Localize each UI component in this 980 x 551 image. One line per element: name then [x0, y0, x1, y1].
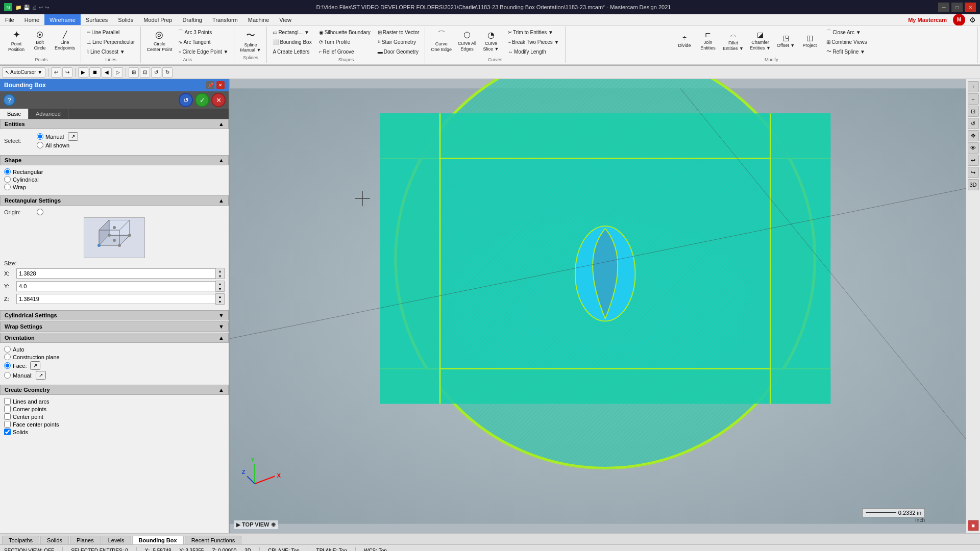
rt-rotate-button[interactable]: ↺: [968, 118, 979, 129]
shape-section-header[interactable]: Shape ▲: [0, 155, 229, 165]
combine-views-button[interactable]: ⊞ Combine Views: [824, 37, 869, 46]
orient-manual-radio[interactable]: [4, 372, 11, 379]
close-button[interactable]: ✕: [965, 3, 976, 12]
select-all-radio[interactable]: [37, 142, 43, 148]
relief-groove-button[interactable]: ⌐ Relief Groove: [316, 47, 373, 56]
menu-model-prep[interactable]: Model Prep: [138, 14, 177, 25]
origin-radio[interactable]: [37, 209, 43, 215]
silhouette-boundary-button[interactable]: ◉ Silhouette Boundary: [316, 28, 373, 37]
rt-pan-button[interactable]: ✥: [968, 130, 979, 141]
rt-zoom-out-button[interactable]: −: [968, 93, 979, 105]
line-endpoints-button[interactable]: ╱ LineEndpoints: [52, 28, 78, 54]
maximize-button[interactable]: □: [951, 3, 963, 12]
rt-red-button[interactable]: ■: [968, 520, 979, 531]
rt-undo-view-button[interactable]: ↩: [968, 155, 979, 166]
cmd-forward-button[interactable]: ▷: [113, 67, 123, 78]
cmd-undo-button[interactable]: ↩: [51, 67, 61, 78]
menu-surfaces[interactable]: Surfaces: [81, 14, 113, 25]
size-x-input[interactable]: 1.3828: [16, 268, 215, 279]
arc-3-points-button[interactable]: ⌒ Arc 3 Points: [176, 28, 231, 37]
tab-recent-functions[interactable]: Recent Functions: [185, 536, 242, 544]
line-perpendicular-button[interactable]: ⊥ Line Perpendicular: [84, 37, 137, 46]
create-geometry-header[interactable]: Create Geometry ▲: [0, 385, 229, 395]
break-two-pieces-button[interactable]: ⌁ Break Two Pieces ▼: [505, 37, 562, 46]
modify-length-button[interactable]: ↔ Modify Length: [505, 47, 562, 56]
menu-home[interactable]: Home: [19, 14, 44, 25]
menu-transform[interactable]: Transform: [207, 14, 243, 25]
rt-zoom-in-button[interactable]: +: [968, 81, 979, 92]
fillet-entities-button[interactable]: ⌓ FilletEntities ▼: [720, 28, 746, 54]
curve-all-edges-button[interactable]: ⬡ Curve AllEdges: [455, 28, 479, 54]
stair-geometry-button[interactable]: ⌗ Stair Geometry: [375, 37, 422, 46]
close-arc-button[interactable]: ⌒ Close Arc ▼: [824, 28, 869, 37]
refit-spline-button[interactable]: 〜 Refit Spline ▼: [824, 47, 869, 56]
tab-bounding-box[interactable]: Bounding Box: [132, 536, 184, 544]
create-letters-button[interactable]: A Create Letters: [270, 47, 314, 56]
autocursor-button[interactable]: ↖ AutoCursor ▼: [2, 67, 45, 78]
cmd-rotate-left-button[interactable]: ↺: [151, 67, 161, 78]
door-geometry-button[interactable]: ▬ Door Geometry: [375, 47, 422, 56]
cmd-play-button[interactable]: ▶: [78, 67, 88, 78]
bolt-circle-button[interactable]: ⦿ BoltCircle: [29, 28, 51, 54]
cmd-snap-button[interactable]: ⊡: [140, 67, 150, 78]
help-button[interactable]: ?: [3, 94, 15, 106]
panel-close-button[interactable]: ✕: [216, 81, 225, 89]
cylindrical-settings-header[interactable]: Cylindrical Settings ▼: [0, 310, 229, 320]
lines-arcs-checkbox[interactable]: [4, 398, 11, 405]
offset-button[interactable]: ◳ Offset ▼: [774, 28, 797, 54]
menu-machine[interactable]: Machine: [243, 14, 275, 25]
join-entities-button[interactable]: ⊏ JoinEntities: [697, 28, 719, 54]
rectangle-button[interactable]: ▭ Rectangl... ▼: [270, 28, 314, 37]
tab-advanced[interactable]: Advanced: [29, 109, 68, 119]
entities-section-header[interactable]: Entities ▲: [0, 119, 229, 129]
spline-manual-button[interactable]: 〜 SplineManual ▼: [237, 28, 263, 54]
orient-construction-radio[interactable]: [4, 354, 11, 360]
cancel-button[interactable]: ✕: [211, 93, 226, 107]
raster-to-vector-button[interactable]: ⊞ Raster to Vector: [375, 28, 422, 37]
size-z-up-button[interactable]: ▲: [216, 294, 224, 299]
orient-auto-radio[interactable]: [4, 346, 11, 353]
orient-face-radio[interactable]: [4, 362, 11, 369]
shape-rectangular-radio[interactable]: [4, 168, 11, 175]
menu-solids[interactable]: Solids: [113, 14, 138, 25]
size-y-up-button[interactable]: ▲: [216, 281, 224, 286]
panel-pin-button[interactable]: 📌: [206, 81, 214, 89]
project-button[interactable]: ◫ Project: [798, 28, 821, 54]
select-manual-radio[interactable]: [37, 133, 43, 140]
refresh-button[interactable]: ↺: [179, 93, 193, 107]
arc-tangent-button[interactable]: ∿ Arc Tangent: [176, 37, 231, 46]
face-center-points-checkbox[interactable]: [4, 421, 11, 428]
rectangular-settings-header[interactable]: Rectangular Settings ▲: [0, 195, 229, 206]
menu-view[interactable]: View: [274, 14, 297, 25]
cmd-redo-button[interactable]: ↪: [62, 67, 72, 78]
size-y-down-button[interactable]: ▼: [216, 286, 224, 291]
select-manual-button[interactable]: ↗: [68, 132, 78, 141]
cmd-back-button[interactable]: ◀: [102, 67, 112, 78]
tab-toolpaths[interactable]: Toolpaths: [2, 536, 39, 544]
rt-view-button[interactable]: 👁: [968, 142, 979, 154]
tab-levels[interactable]: Levels: [102, 536, 131, 544]
curve-one-edge-button[interactable]: ⌒ CurveOne Edge: [428, 28, 454, 54]
circle-center-point-button[interactable]: ◎ CircleCenter Point: [144, 28, 175, 54]
line-parallel-button[interactable]: ═ Line Parallel: [84, 28, 137, 37]
divide-button[interactable]: ÷ Divide: [673, 28, 696, 54]
shape-cylindrical-radio[interactable]: [4, 176, 11, 183]
bounding-box-button[interactable]: ⬜ Bounding Box: [270, 37, 314, 46]
point-position-button[interactable]: ✦ PointPosition: [5, 28, 28, 54]
solids-checkbox[interactable]: [4, 429, 11, 435]
size-x-up-button[interactable]: ▲: [216, 268, 224, 273]
curve-slice-button[interactable]: ◔ CurveSlice ▼: [480, 28, 502, 54]
cmd-stop-button[interactable]: ⏹: [89, 67, 101, 78]
chamfer-entities-button[interactable]: ◪ ChamferEntities ▼: [747, 28, 773, 54]
menu-file[interactable]: File: [0, 14, 19, 25]
rt-fit-button[interactable]: ⊡: [968, 106, 979, 117]
cmd-grid-button[interactable]: ⊞: [129, 67, 139, 78]
tab-planes[interactable]: Planes: [70, 536, 101, 544]
rt-redo-view-button[interactable]: ↪: [968, 167, 979, 178]
cmd-rotate-right-button[interactable]: ↻: [162, 67, 173, 78]
rt-3d-button[interactable]: 3D: [968, 179, 979, 190]
line-closest-button[interactable]: ⌇ Line Closest ▼: [84, 47, 137, 56]
shape-wrap-radio[interactable]: [4, 184, 11, 190]
orientation-section-header[interactable]: Orientation ▲: [0, 333, 229, 343]
tab-basic[interactable]: Basic: [0, 109, 29, 119]
